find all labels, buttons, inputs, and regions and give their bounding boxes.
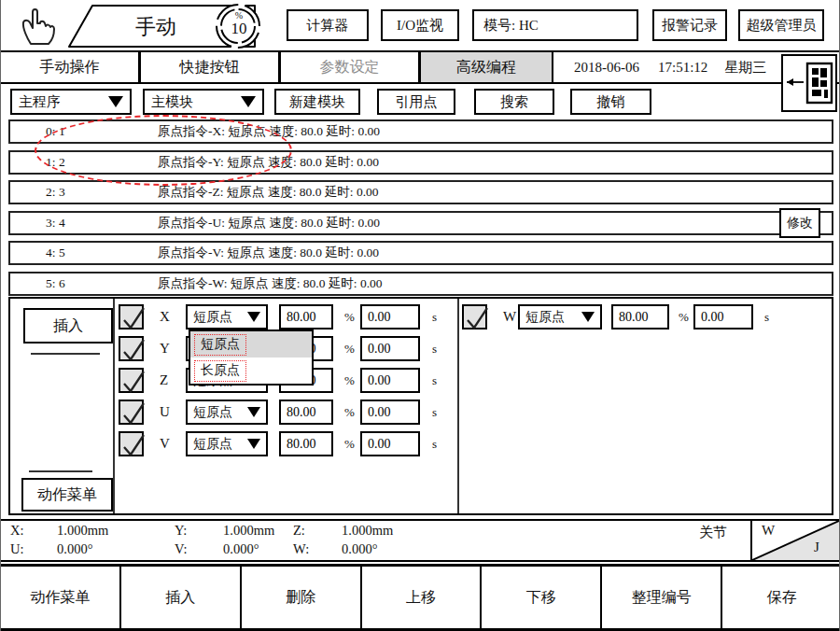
speed-field-v[interactable] [279,431,333,456]
axis-row-u: U 短原点 % s [10,400,457,426]
divider [457,299,459,513]
mode-top-label: W [762,523,775,539]
module-select[interactable]: 主模块 [143,89,264,115]
action-menu-bottom-button[interactable]: 动作菜单 [1,567,121,628]
module-select-value: 主模块 [151,93,193,111]
dropdown-option-short-origin[interactable]: 短原点 [190,331,312,358]
program-row[interactable]: 3: 4 原点指令-U: 短原点 速度: 80.0 延时: 0.00 [8,211,833,235]
date-label: 2018-06-06 [574,60,639,76]
program-row[interactable]: 0: 1 原点指令-X: 短原点 速度: 80.0 延时: 0.00 [8,119,833,144]
row-command: 原点指令-W: 短原点 速度: 80.0 延时: 0.00 [158,275,383,292]
insert-bottom-button[interactable]: 插入 [121,567,242,628]
chevron-down-icon [581,312,595,322]
chevron-down-icon [108,96,123,107]
row-index: 2: 3 [10,185,158,200]
alarm-record-button[interactable]: 报警记录 [652,9,727,41]
axis-checkbox-u[interactable] [119,400,144,425]
percent-unit: % [344,437,355,452]
calculator-button[interactable]: 计算器 [287,9,369,41]
delay-field-w[interactable] [693,304,753,330]
axis-checkbox-z[interactable] [119,368,144,393]
delay-field-z[interactable] [360,368,420,393]
dropdown-option-long-origin[interactable]: 长原点 [190,358,312,384]
row-command: 原点指令-V: 短原点 速度: 80.0 延时: 0.00 [158,245,379,261]
coord-value: 0.000° [342,541,377,557]
datetime-display: 2018-06-06 17:51:12 星期三 [561,52,781,82]
hmi-screen: 手动 % 10 计算器 I/O监视 模号: HC 报警记录 超级管理员 手动操作… [0,0,840,631]
row-command: 原点指令-Y: 短原点 速度: 80.0 延时: 0.00 [158,154,379,171]
coord-label: Z: [293,523,305,539]
move-down-bottom-button[interactable]: 下移 [482,567,602,628]
undo-button[interactable]: 撤销 [570,89,651,115]
tab-parameter-settings[interactable]: 参数设定 [281,52,421,82]
row-index: 5: 6 [10,276,158,291]
qr-grid-icon [807,63,832,103]
weekday-label: 星期三 [724,59,766,77]
origin-select-value: 短原点 [193,436,232,453]
tab-manual-operation[interactable]: 手动操作 [1,52,141,82]
program-row[interactable]: 2: 3 原点指令-Z: 短原点 速度: 80.0 延时: 0.00 [8,180,833,204]
mode-label: 手动 [96,13,216,41]
program-row[interactable]: 1: 2 原点指令-Y: 短原点 速度: 80.0 延时: 0.00 [8,150,833,175]
user-role-button[interactable]: 超级管理员 [738,9,824,41]
coord-value: 1.000mm [223,523,274,539]
axis-checkbox-w[interactable] [462,304,487,330]
coordinate-status-bar: X: 1.000mm Y: 1.000mm Z: 1.000mm U: 0.00… [1,519,840,562]
checkmark-icon [120,338,146,363]
io-monitor-button[interactable]: I/O监视 [381,9,459,41]
program-row[interactable]: 5: 6 原点指令-W: 短原点 速度: 80.0 延时: 0.00 [8,272,833,296]
coord-value: 0.000° [223,541,259,557]
row-command: 原点指令-U: 短原点 速度: 80.0 延时: 0.00 [158,215,380,231]
delete-bottom-button[interactable]: 删除 [242,567,362,628]
coord-label: U: [10,541,24,557]
dropdown-option-label: 短原点 [194,334,246,356]
origin-select-v[interactable]: 短原点 [186,431,268,456]
coord-label: W: [293,541,309,557]
origin-select-w[interactable]: 短原点 [518,304,602,330]
time-label: 17:51:12 [658,60,707,76]
corner-nav-box[interactable] [781,54,837,112]
checkmark-icon [120,433,146,458]
tab-advanced-programming[interactable]: 高级编程 [421,52,553,82]
axis-checkbox-y[interactable] [119,336,144,361]
new-module-button[interactable]: 新建模块 [274,89,360,115]
tab-shortcut-buttons[interactable]: 快捷按钮 [141,52,281,82]
origin-select-value: 短原点 [193,404,232,421]
program-select[interactable]: 主程序 [10,89,132,115]
axis-label: W [503,309,516,325]
axis-row-w: W 短原点 % s [10,304,835,330]
percent-unit: % [679,310,689,325]
delay-field-v[interactable] [360,431,420,456]
delay-field-u[interactable] [360,400,420,425]
seconds-unit: s [432,437,437,452]
action-menu-button[interactable]: 动作菜单 [21,478,113,512]
axis-checkbox-v[interactable] [119,431,144,456]
checkmark-icon [120,401,146,427]
move-up-bottom-button[interactable]: 上移 [362,567,483,628]
row-command: 原点指令-Z: 短原点 速度: 80.0 延时: 0.00 [158,184,379,201]
coord-value: 1.000mm [342,523,393,539]
program-row[interactable]: 4: 5 原点指令-V: 短原点 速度: 80.0 延时: 0.00 [8,241,833,265]
axis-label: Y [160,341,170,357]
modify-button[interactable]: 修改 [779,208,820,238]
coord-value: 1.000mm [57,523,108,539]
delay-field-y[interactable] [360,336,420,361]
program-toolbar: 主程序 主模块 新建模块 引用点 搜索 撤销 [1,84,840,118]
chevron-down-icon [241,96,256,107]
program-select-value: 主程序 [19,93,61,111]
search-button[interactable]: 搜索 [474,89,554,115]
speed-field-w[interactable] [611,304,669,330]
reference-point-button[interactable]: 引用点 [377,89,455,115]
origin-select-u[interactable]: 短原点 [186,400,268,425]
renumber-bottom-button[interactable]: 整理编号 [602,567,722,628]
chevron-down-icon [247,407,260,417]
command-editor-panel: 插入 X 短原点 % s Y 短原点 [8,297,833,515]
chevron-down-icon [247,439,260,449]
save-bottom-button[interactable]: 保存 [722,567,840,628]
coordinate-mode-toggle[interactable]: W J [750,521,839,560]
model-number-box[interactable]: 模号: HC [472,9,638,41]
speed-field-u[interactable] [279,400,333,425]
left-arrow-icon [787,78,804,86]
joint-mode-label: 关节 [699,524,727,541]
coord-label: Y: [175,523,187,539]
